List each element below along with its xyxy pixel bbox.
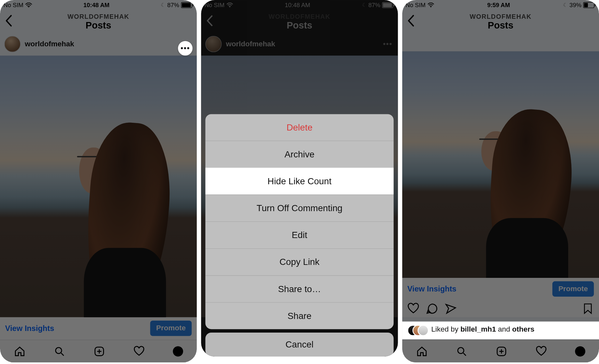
nav-title: Posts (470, 20, 532, 31)
tab-bar (402, 340, 599, 362)
back-button[interactable] (405, 13, 417, 30)
battery-pct-label: 39% (570, 2, 581, 8)
view-insights-link[interactable]: View Insights (5, 324, 54, 333)
activity-icon[interactable] (535, 346, 547, 358)
wifi-icon (226, 3, 233, 8)
wifi-icon (427, 3, 434, 8)
carrier-label: No SIM (4, 2, 24, 8)
person-silhouette (75, 118, 189, 317)
nav-header: WORLDOFMEHAK Posts (201, 10, 398, 33)
clock-label: 10:48 AM (285, 2, 310, 8)
sheet-item-turn-off-commenting[interactable]: Turn Off Commenting (206, 195, 394, 222)
post-actions (402, 300, 599, 317)
nav-subtitle: WORLDOFMEHAK (269, 13, 331, 20)
screenshot-3: No SIM 9:59 AM ☾ 39% (402, 0, 599, 362)
status-bar: No SIM 9:59 AM ☾ 39% (402, 0, 599, 10)
battery-icon (583, 2, 595, 8)
profile-icon[interactable] (575, 346, 585, 357)
clock-label: 10:48 AM (83, 2, 109, 8)
post-image[interactable] (0, 56, 197, 317)
sheet-item-delete[interactable]: Delete (206, 114, 394, 141)
sheet-item-copy-link[interactable]: Copy Link (206, 248, 394, 275)
svg-point-0 (28, 6, 29, 7)
avatar[interactable] (4, 36, 20, 52)
screenshot-1: No SIM 10:48 AM ☾ 87% (0, 0, 197, 362)
sheet-item-hide-like-count[interactable]: Hide Like Count (206, 167, 394, 194)
sheet-item-edit[interactable]: Edit (206, 222, 394, 248)
save-icon[interactable] (582, 303, 594, 315)
like-icon[interactable] (407, 303, 419, 315)
svg-point-1 (56, 347, 62, 353)
battery-pct-label: 87% (368, 2, 380, 8)
home-icon[interactable] (416, 346, 428, 358)
nav-header: WORLDOFMEHAK Posts (0, 10, 197, 33)
svg-point-3 (229, 6, 230, 7)
liked-by-text: Liked by billel_mh1 and others (431, 325, 534, 334)
wifi-icon (25, 3, 32, 8)
sheet-item-share-to[interactable]: Share to… (206, 275, 394, 302)
carrier-label: No SIM (405, 2, 426, 8)
post-username[interactable]: worldofmehak (25, 40, 74, 48)
nav-title: Posts (67, 20, 129, 31)
screenshot-2: No SIM 10:48 AM ☾ 87% (201, 0, 398, 357)
back-button[interactable] (4, 13, 15, 30)
do-not-disturb-icon: ☾ (161, 2, 166, 8)
back-button (205, 13, 216, 30)
action-sheet: Delete Archive Hide Like Count Turn Off … (206, 114, 394, 356)
post-username: worldofmehak (226, 40, 275, 48)
battery-icon (181, 2, 193, 8)
post-header: worldofmehak ••• (201, 33, 398, 56)
post-more-button: ••• (382, 38, 393, 50)
status-bar: No SIM 10:48 AM ☾ 87% (201, 0, 398, 10)
nav-title: Posts (269, 20, 331, 31)
share-icon[interactable] (445, 303, 457, 315)
do-not-disturb-icon: ☾ (563, 2, 568, 8)
post-more-button[interactable]: ••• (178, 41, 193, 56)
sheet-cancel-button[interactable]: Cancel (206, 333, 394, 357)
action-sheet-group: Delete Archive Hide Like Count Turn Off … (206, 114, 394, 329)
battery-pct-label: 87% (167, 2, 179, 8)
do-not-disturb-icon: ☾ (362, 2, 367, 8)
activity-icon[interactable] (133, 346, 145, 358)
nav-header: WORLDOFMEHAK Posts (402, 10, 599, 33)
nav-subtitle: WORLDOFMEHAK (67, 13, 129, 20)
sheet-item-archive[interactable]: Archive (206, 141, 394, 167)
post-image[interactable] (402, 51, 599, 278)
post-header: worldofmehak (0, 33, 197, 56)
nav-subtitle: WORLDOFMEHAK (470, 13, 532, 20)
clock-label: 9:59 AM (487, 2, 510, 8)
new-post-icon[interactable] (93, 346, 105, 358)
tab-bar (0, 340, 197, 362)
new-post-icon[interactable] (496, 346, 508, 358)
svg-point-5 (458, 347, 464, 353)
sheet-item-share[interactable]: Share (206, 302, 394, 329)
avatar (206, 36, 222, 52)
insights-bar: View Insights Promote (402, 278, 599, 300)
home-icon[interactable] (14, 346, 26, 358)
comment-icon[interactable] (426, 303, 438, 315)
search-icon[interactable] (53, 346, 65, 358)
profile-icon[interactable] (173, 346, 183, 357)
status-bar: No SIM 10:48 AM ☾ 87% (0, 0, 197, 10)
liker-facepile (407, 325, 428, 334)
liked-by-row[interactable]: Liked by billel_mh1 and others (402, 322, 599, 338)
promote-button[interactable]: Promote (552, 281, 594, 297)
battery-icon (382, 2, 394, 8)
carrier-label: No SIM (205, 2, 225, 8)
view-insights-link[interactable]: View Insights (407, 284, 456, 293)
insights-bar: View Insights Promote (0, 317, 197, 339)
promote-button[interactable]: Promote (150, 321, 192, 336)
svg-point-4 (430, 6, 431, 7)
search-icon[interactable] (456, 346, 468, 358)
